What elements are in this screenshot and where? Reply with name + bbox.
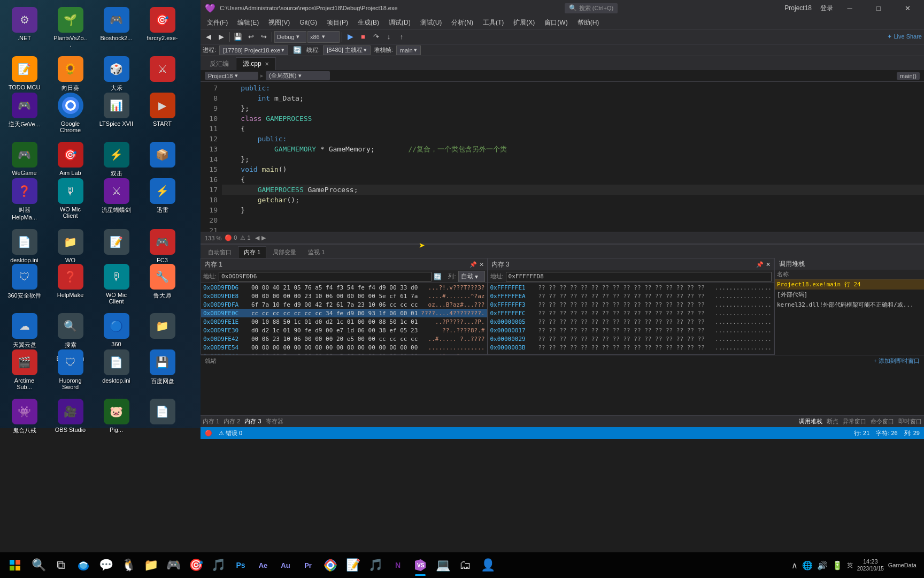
tab-source-close-icon[interactable]: ✕ [265,61,269,67]
menu-debug[interactable]: 调试(D) [384,17,415,28]
menu-edit[interactable]: 编辑(E) [233,17,263,28]
desktop-icon-obs[interactable]: 🎥 OBS Studio [50,396,90,437]
desktop-icon-chrome[interactable]: Google Chrome [50,90,90,136]
taskbar-filemanager[interactable]: 🗂 [455,553,476,577]
tray-network[interactable]: 🌐 [802,560,813,571]
tb-step-out[interactable]: ↑ [396,31,407,43]
thread-selector[interactable]: [8480] 主线程 ▾ [323,45,371,55]
tb-step-over[interactable]: ↷ [370,31,382,43]
desktop-icon-arctime[interactable]: 🎬 Arctime Sub... [4,347,44,393]
desktop-icon-net[interactable]: ⚙ .NET [4,4,44,50]
memory1-col-selector[interactable]: 自动 ▾ [458,271,485,282]
arch-dropdown[interactable]: x86 ▾ [307,31,340,43]
tray-ime[interactable]: 英 [847,561,853,569]
tray-battery[interactable]: 🔋 [832,560,843,571]
clock[interactable]: 14:23 2023/10/15 [857,558,884,572]
desktop-icon-pig[interactable]: 🐷 Pig... [96,396,136,437]
taskbar-avatar[interactable]: 👤 [477,553,498,577]
taskbar-code[interactable]: 📝 [342,553,364,577]
desktop-icon-baidupan[interactable]: 💾 百度网盘 [142,347,182,393]
project-breadcrumb[interactable]: Project18 ▾ [205,72,258,80]
menu-help[interactable]: 帮助(H) [573,17,604,28]
desktop-icon-ghostblade[interactable]: 👾 鬼合八戒 [4,396,44,437]
desktop-icon-ltspice[interactable]: 📊 LTSpice XVII [96,90,136,136]
desktop-icon-womic2[interactable]: 🎙 WO Mic Client [96,261,136,307]
menu-git[interactable]: Git(G) [295,18,321,27]
stackframe-selector[interactable]: main ▾ [396,45,421,55]
taskbar-au[interactable]: Au [275,553,296,577]
tb-undo[interactable]: ↩ [245,31,257,43]
taskbar-game1[interactable]: 🎮 [163,553,184,577]
cs-item-2[interactable]: kernel32.dll!外部代码框架可能不正确和/或... [775,300,924,310]
nav-next-icon[interactable]: ▶ [261,234,266,241]
tb-save[interactable]: 💾 [232,31,244,43]
taskbar-netease[interactable]: 🎵 [365,553,386,577]
taskbar-pr[interactable]: Pr [297,553,319,577]
tb-redo[interactable]: ↪ [258,31,270,43]
tb-start-debug[interactable]: ▶ [344,31,356,43]
code-text[interactable]: public: int m_Data; }; class GAMEPROCESS… [222,82,924,232]
taskbar-music[interactable]: 🎵 [207,553,229,577]
memory1-close-icon[interactable]: ✕ [479,261,484,268]
memory3-close-icon[interactable]: ✕ [766,261,771,268]
cs-item-0[interactable]: Project18.exe!main 行 24 [775,279,924,290]
memory3-content[interactable]: 0xFFFFFFE1 ?? ?? ?? ?? ?? ?? ?? ?? ?? ??… [488,283,774,354]
memory3-address-input[interactable] [506,272,772,282]
taskbar-ps[interactable]: Ps [230,553,251,577]
tab-memory1[interactable]: 内存 1 [238,246,266,258]
process-selector[interactable]: [17788] Project18.exe ▾ [219,45,288,55]
desktop-icon-misc[interactable]: 📄 [142,396,182,437]
menu-project[interactable]: 项目(P) [322,17,352,28]
tb-stop[interactable]: ■ [357,31,369,43]
tab-source[interactable]: 源.cpp ✕ [236,57,276,70]
refresh-process-btn[interactable]: 🔄 [291,44,303,56]
menu-tools[interactable]: 工具(T) [479,17,508,28]
close-button[interactable]: ✕ [895,0,920,16]
menu-analyze[interactable]: 分析(N) [447,17,478,28]
tb-forward[interactable]: ▶ [215,31,227,43]
scope-selector[interactable]: (全局范围) ▾ [266,71,330,80]
desktop-icon-womic[interactable]: 🎙 WO Mic Client [50,176,90,223]
config-dropdown[interactable]: Debug ▾ [274,31,306,43]
menu-view[interactable]: 视图(V) [264,17,294,28]
tab-locals[interactable]: 局部变量 [267,246,302,258]
taskbar-terminal[interactable]: 💻 [432,553,453,577]
menu-extensions[interactable]: 扩展(X) [509,17,539,28]
minimize-button[interactable]: ─ [837,0,862,16]
desktop-icon-geveni[interactable]: 🎮 逆天GeVe... [4,90,44,136]
desktop-icon-plants[interactable]: 🌱 PlantsVsZo... [50,4,90,50]
taskbar-search[interactable]: 🔍 [28,553,49,577]
maximize-button[interactable]: □ [866,0,891,16]
taskbar-qq[interactable]: 🐧 [118,553,139,577]
tray-volume[interactable]: 🔊 [817,560,828,571]
taskbar-wechat[interactable]: 💬 [95,553,117,577]
tray-arrow[interactable]: ∧ [791,560,798,571]
taskbar-ae[interactable]: Ae [252,553,274,577]
taskbar-edge[interactable] [73,553,94,577]
desktop-icon-helpmaker2[interactable]: ❓ HelpMake [50,261,90,307]
desktop-icon-meteor[interactable]: ⚔ 流星蝴蝶剑 [96,176,136,223]
desktop-icon-360sec[interactable]: 🛡 360安全软件 [4,261,44,307]
desktop-icon-huorong[interactable]: 🛡 Huorong Sword [50,347,90,393]
tb-step-into[interactable]: ↓ [383,31,395,43]
tab-disassembly[interactable]: 反汇编 [203,57,236,70]
desktop-icon-bioshock[interactable]: 🎮 Bioshock2... [96,4,136,50]
memory1-refresh-icon[interactable]: 🔄 [434,273,442,280]
memory3-pin-icon[interactable]: 📌 [756,261,764,268]
desktop-icon-xunlei[interactable]: ⚡ 迅雷 [142,176,182,223]
taskbar-vs[interactable]: VS [410,553,431,577]
desktop-icon-desktopini2[interactable]: 📄 desktop.ini [96,347,136,393]
menu-build[interactable]: 生成(B) [353,17,383,28]
menu-window[interactable]: 窗口(W) [540,17,572,28]
memory1-pin-icon[interactable]: 📌 [469,261,477,268]
start-button[interactable] [3,553,27,577]
tab-watch1[interactable]: 监视 1 [303,246,330,258]
desktop-icon-start[interactable]: ▶ START [142,90,182,136]
search-box[interactable]: 🔍 搜索 (Ctrl+Q) [565,3,618,13]
tab-auto-window[interactable]: 自动窗口 [203,246,237,258]
taskbar-taskview[interactable]: ⧉ [50,553,72,577]
function-selector[interactable]: main() [897,72,920,80]
cs-item-1[interactable]: [外部代码] [775,290,924,300]
desktop-icon-ludashi[interactable]: 🔧 鲁大师 [142,261,182,307]
taskbar-onenote[interactable]: N [387,553,409,577]
